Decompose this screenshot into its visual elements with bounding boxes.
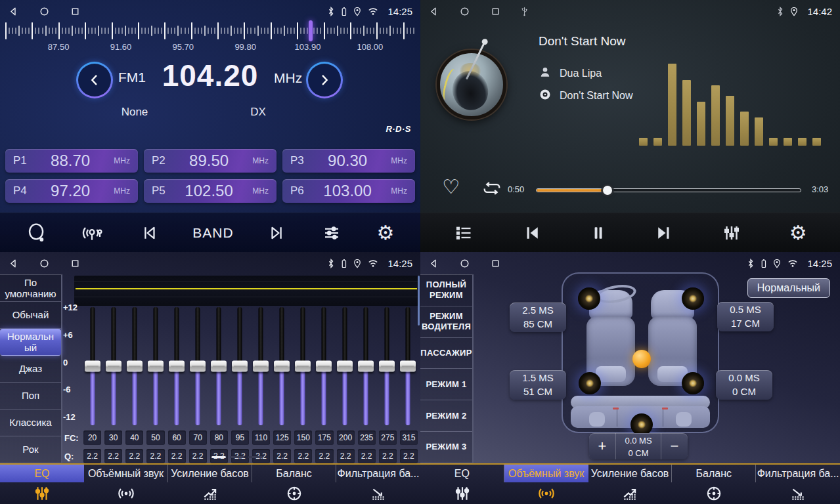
previous-track-button[interactable] xyxy=(522,223,542,243)
eq-band-slider[interactable] xyxy=(336,307,353,425)
slider-thumb[interactable] xyxy=(358,361,374,372)
preset-button[interactable]: P6103.00MHz xyxy=(282,179,415,203)
q-value[interactable]: 2.2 xyxy=(104,449,122,463)
sound-preset-badge[interactable]: Нормальный xyxy=(747,278,830,298)
scrollbar[interactable] xyxy=(418,276,420,326)
frequency-ruler[interactable]: 87.5091.6095.7099.80103.90108.00 xyxy=(5,22,415,52)
nav-home-button[interactable] xyxy=(459,6,470,17)
slider-thumb[interactable] xyxy=(211,361,227,372)
tab-item[interactable]: EQ xyxy=(0,465,84,504)
nav-back-button[interactable] xyxy=(8,258,19,269)
slider-thumb[interactable] xyxy=(316,361,332,372)
q-value[interactable]: 2.2 xyxy=(337,449,355,463)
fc-value[interactable]: 150 xyxy=(294,430,312,445)
eq-preset-item[interactable]: По умолчанию xyxy=(0,275,61,302)
nav-recent-button[interactable] xyxy=(490,258,501,269)
radio-broadcast-icon[interactable] xyxy=(81,222,106,243)
slider-thumb[interactable] xyxy=(295,361,311,372)
eq-band-slider[interactable] xyxy=(399,307,416,425)
fc-value[interactable]: 200 xyxy=(337,430,355,445)
nav-back-button[interactable] xyxy=(428,6,439,17)
eq-band-slider[interactable] xyxy=(273,307,290,425)
rear-right-delay-button[interactable]: 0.0 MS 0 CM xyxy=(716,370,772,400)
slider-thumb[interactable] xyxy=(85,361,100,372)
tab-item[interactable]: EQ xyxy=(420,465,504,504)
previous-station-button[interactable] xyxy=(139,223,159,243)
nav-back-button[interactable] xyxy=(428,258,439,269)
q-value[interactable]: 2.2 xyxy=(168,449,186,463)
eq-band-slider[interactable] xyxy=(84,307,101,425)
sound-mode-item[interactable]: РЕЖИМ ВОДИТЕЛЯ xyxy=(420,306,472,338)
delay-increase-button[interactable]: + xyxy=(589,433,615,459)
nav-recent-button[interactable] xyxy=(70,258,81,269)
q-value[interactable]: 2.2 xyxy=(315,449,333,463)
slider-thumb[interactable] xyxy=(148,361,164,372)
sound-mode-item[interactable]: РЕЖИМ 1 xyxy=(420,369,472,400)
tab-item[interactable]: Усиление басов xyxy=(168,465,252,504)
slider-thumb[interactable] xyxy=(106,361,122,372)
eq-band-slider[interactable] xyxy=(126,307,143,425)
nav-recent-button[interactable] xyxy=(70,6,81,17)
fc-value[interactable]: 110 xyxy=(252,430,270,445)
tune-down-button[interactable] xyxy=(76,62,113,98)
fc-value[interactable]: 30 xyxy=(104,430,122,445)
fc-value[interactable]: 20 xyxy=(83,430,101,445)
q-value[interactable]: 2.2 xyxy=(146,449,164,463)
fc-value[interactable]: 60 xyxy=(168,430,186,445)
eq-band-slider[interactable] xyxy=(210,307,227,425)
front-right-delay-button[interactable]: 0.5 MS 17 CM xyxy=(717,302,774,331)
favorite-heart-icon[interactable]: ♡ xyxy=(442,177,460,197)
tab-item[interactable]: Баланс xyxy=(252,465,336,504)
q-value[interactable]: 2.2 xyxy=(379,449,397,463)
q-value[interactable]: 2.2 xyxy=(400,449,418,463)
tab-item[interactable]: Объёмный звук xyxy=(84,465,168,504)
fc-value[interactable]: 95 xyxy=(231,430,249,445)
pause-button[interactable] xyxy=(590,223,607,243)
slider-thumb[interactable] xyxy=(127,361,143,372)
fc-value[interactable]: 40 xyxy=(125,430,143,445)
tune-up-button[interactable] xyxy=(306,62,343,98)
fc-value[interactable]: 275 xyxy=(379,430,397,445)
preset-button[interactable]: P497.20MHz xyxy=(5,179,138,203)
eq-band-slider[interactable] xyxy=(147,307,164,425)
eq-preset-item[interactable]: Джаз xyxy=(0,356,61,383)
preset-button[interactable]: P188.70MHz xyxy=(5,149,138,173)
tab-item[interactable]: Объёмный звук xyxy=(504,465,588,504)
fc-value[interactable]: 50 xyxy=(146,430,164,445)
rear-left-delay-button[interactable]: 1.5 MS 51 CM xyxy=(510,370,566,400)
eq-preset-item[interactable]: Нормальный xyxy=(0,329,61,356)
sound-mode-item[interactable]: ПОЛНЫЙ РЕЖИМ xyxy=(420,275,472,306)
preset-button[interactable]: P390.30MHz xyxy=(282,149,415,173)
eq-preset-item[interactable]: Обычай xyxy=(0,302,61,329)
equalizer-button[interactable] xyxy=(321,223,343,243)
eq-band-slider[interactable] xyxy=(168,307,185,425)
nav-recent-button[interactable] xyxy=(490,6,501,17)
slider-thumb[interactable] xyxy=(253,361,269,372)
next-track-button[interactable] xyxy=(654,223,674,243)
q-value[interactable]: 2.2 xyxy=(358,449,376,463)
sound-mode-item[interactable]: РЕЖИМ 3 xyxy=(420,432,472,463)
tab-item[interactable]: Баланс xyxy=(672,465,756,504)
fc-value[interactable]: 125 xyxy=(273,430,291,445)
progress-thumb[interactable] xyxy=(603,186,612,195)
listening-position-ball[interactable] xyxy=(632,350,651,368)
delay-decrease-button[interactable]: − xyxy=(661,433,688,459)
eq-band-slider[interactable] xyxy=(189,307,206,425)
nav-home-button[interactable] xyxy=(459,258,470,269)
fc-value[interactable]: 70 xyxy=(189,430,207,445)
front-left-delay-button[interactable]: 2.5 MS 85 CM xyxy=(510,303,566,332)
slider-thumb[interactable] xyxy=(232,361,248,372)
fc-value[interactable]: 235 xyxy=(358,430,376,445)
sound-mode-item[interactable]: ПАССАЖИР xyxy=(420,338,472,369)
q-value[interactable]: 2.2 xyxy=(273,449,291,463)
eq-preset-item[interactable]: Классика xyxy=(0,410,61,436)
fc-value[interactable]: 315 xyxy=(400,430,418,445)
fc-value[interactable]: 175 xyxy=(315,430,333,445)
tab-item[interactable]: Фильтрация ба... xyxy=(756,465,840,504)
q-value[interactable]: 2.2 xyxy=(294,449,312,463)
eq-preset-item[interactable]: Поп xyxy=(0,383,61,410)
next-station-button[interactable] xyxy=(267,223,287,243)
eq-band-slider[interactable] xyxy=(231,307,248,425)
preset-button[interactable]: P289.50MHz xyxy=(144,149,276,173)
eq-band-slider[interactable] xyxy=(357,307,374,425)
